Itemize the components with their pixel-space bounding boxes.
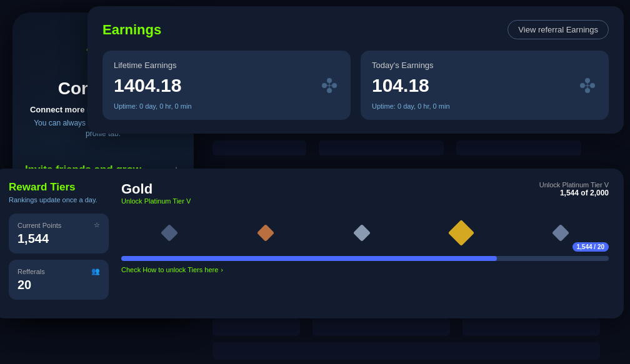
diamond-tier-platinum	[552, 224, 569, 242]
today-amount: 104.18	[372, 75, 429, 96]
lifetime-amount: 1404.18	[114, 75, 181, 96]
unlock-label: Unlock Platinum Tier V	[539, 181, 609, 189]
unlock-progress: 1,544 of 2,000	[539, 189, 609, 197]
people-icon: 👥	[91, 267, 100, 275]
svg-point-0	[322, 83, 327, 88]
diamond-tier-3	[353, 224, 371, 242]
lifetime-label: Lifetime Earnings	[114, 61, 339, 70]
check-how-link[interactable]: Check How to unlock Tiers here ›	[121, 266, 609, 273]
lifetime-earnings-card: Lifetime Earnings 1404.18 Uptime: 0 day,…	[102, 51, 351, 120]
referrals-label: Refferals	[18, 268, 45, 275]
earnings-title: Earnings	[102, 22, 161, 38]
today-uptime: Uptime: 0 day, 0 hr, 0 min	[372, 102, 598, 110]
points-star-icon: ☆	[94, 221, 100, 229]
network-icon-1	[319, 76, 339, 96]
svg-point-2	[327, 78, 332, 83]
referrals-value: 20	[18, 278, 100, 292]
current-points-value: 1,544	[18, 232, 100, 246]
diamond-tier-2	[257, 224, 274, 242]
today-label: Today's Earnings	[372, 61, 598, 70]
arrow-icon: ›	[221, 266, 223, 273]
tier-name: Gold	[121, 181, 191, 197]
referrals-card: Refferals 👥 20	[9, 260, 109, 300]
view-referral-button[interactable]: View referral Earnings	[508, 20, 609, 39]
reward-title: Reward Tiers	[9, 181, 109, 194]
reward-subtitle: Rankings update once a day.	[9, 196, 109, 204]
lifetime-uptime: Uptime: 0 day, 0 hr, 0 min	[114, 102, 339, 110]
svg-point-8	[585, 78, 590, 83]
tier-progress-container: 1,544 / 20	[121, 256, 609, 261]
current-points-label: Current Points	[18, 222, 61, 229]
progress-track	[121, 256, 609, 261]
reward-left: Reward Tiers Rankings update once a day.…	[9, 181, 109, 306]
progress-badge: 1,544 / 20	[572, 242, 609, 252]
svg-point-6	[580, 83, 585, 88]
current-points-card: Current Points ☆ 1,544	[9, 214, 109, 253]
today-earnings-card: Today's Earnings 104.18 Uptime: 0 day, 0…	[361, 51, 609, 120]
check-how-text: Check How to unlock Tiers here	[121, 266, 218, 273]
gold-section: Gold Unlock Platinum Tier V Unlock Plati…	[121, 181, 609, 306]
svg-point-7	[590, 83, 595, 88]
tier-diamonds	[121, 217, 609, 248]
earnings-panel: Earnings View referral Earnings Lifetime…	[88, 6, 624, 134]
tier-subtitle: Unlock Platinum Tier V	[121, 197, 191, 205]
diamond-tier-gold	[448, 220, 474, 246]
reward-panel: Reward Tiers Rankings update once a day.…	[0, 169, 624, 318]
svg-point-3	[327, 88, 332, 93]
svg-point-1	[332, 83, 337, 88]
svg-point-9	[585, 88, 590, 93]
network-icon-2	[578, 76, 598, 96]
progress-fill	[121, 256, 497, 261]
diamond-tier-1	[161, 224, 178, 242]
